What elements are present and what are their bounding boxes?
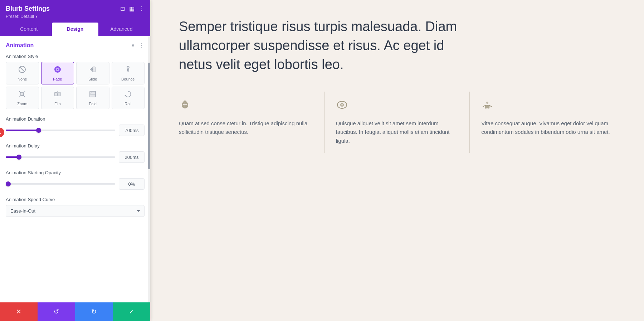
animation-style-grid: None Fade (6, 62, 145, 109)
flip-icon (53, 90, 62, 100)
duration-thumb[interactable] (36, 128, 41, 133)
style-flip[interactable]: Flip (41, 87, 74, 109)
settings-panel: Blurb Settings ⊡ ▦ ⋮ Preset: Default ▾ C… (0, 0, 150, 321)
panel-title-icons: ⊡ ▦ ⋮ (120, 5, 145, 12)
blurb-grid: Quam at sed conse ctetur in. Tristique a… (179, 92, 615, 153)
delay-thumb[interactable] (16, 155, 21, 160)
opacity-track[interactable] (6, 183, 115, 185)
opacity-value[interactable]: 0% (119, 178, 145, 190)
svg-point-4 (57, 69, 58, 70)
roll-label: Roll (125, 102, 131, 106)
delay-row: Animation Delay 200ms (6, 143, 145, 163)
panel-tabs: Content Design Advanced (6, 23, 145, 36)
zoom-icon (18, 90, 26, 100)
fade-icon (53, 65, 62, 76)
delay-label: Animation Delay (6, 143, 145, 149)
style-zoom[interactable]: Zoom (6, 87, 39, 109)
panel-footer: ✕ ↺ ↻ ✓ (0, 302, 150, 321)
style-none[interactable]: None (6, 62, 39, 84)
hero-text: Semper tristique risus turpis malesuada.… (179, 17, 458, 74)
section-header: Animation ∧ ⋮ (6, 42, 145, 49)
fade-label: Fade (53, 77, 62, 81)
delay-value[interactable]: 200ms (119, 151, 145, 163)
scrollbar-thumb[interactable] (148, 63, 150, 169)
svg-point-7 (127, 66, 129, 68)
roll-icon (124, 90, 132, 100)
opacity-label: Animation Starting Opacity (6, 170, 145, 175)
panel-title: Blurb Settings (6, 5, 50, 13)
blurb-icon-1 (179, 99, 313, 113)
animation-style-section: Animation Style None (6, 54, 145, 109)
redo-button[interactable]: ↻ (75, 302, 113, 321)
blurb-icon-2 (336, 99, 458, 113)
blurb-item-2: Quisque aliquet velit sit amet sem inter… (325, 92, 470, 153)
style-roll[interactable]: Roll (112, 87, 145, 109)
svg-rect-8 (21, 93, 24, 96)
blurb-item-3: Vitae consequat augue. Vivamus eget dolo… (470, 92, 615, 153)
collapse-icon[interactable]: ∧ (131, 42, 135, 49)
columns-icon[interactable]: ▦ (129, 5, 135, 12)
panel-body: 1 Animation ∧ ⋮ Animation Style (0, 36, 150, 302)
tab-advanced[interactable]: Advanced (98, 23, 145, 36)
slide-label: Slide (88, 77, 97, 81)
none-label: None (18, 77, 27, 81)
section-title: Animation (6, 42, 34, 49)
duration-row: Animation Duration 700ms (6, 116, 145, 136)
duration-label: Animation Duration (6, 116, 145, 122)
badge: 1 (0, 128, 4, 137)
blurb-icon-3 (481, 99, 615, 113)
cancel-button[interactable]: ✕ (0, 302, 38, 321)
svg-rect-9 (55, 92, 57, 96)
scrollbar-track (148, 36, 150, 302)
section-more-icon[interactable]: ⋮ (139, 42, 145, 49)
blurb-item-1: Quam at sed conse ctetur in. Tristique a… (179, 92, 325, 153)
opacity-row: Animation Starting Opacity 0% (6, 170, 145, 190)
panel-header: Blurb Settings ⊡ ▦ ⋮ Preset: Default ▾ C… (0, 0, 150, 36)
save-button[interactable]: ✓ (113, 302, 150, 321)
blurb-text-1: Quam at sed conse ctetur in. Tristique a… (179, 119, 313, 137)
content-area: Semper tristique risus turpis malesuada.… (150, 0, 644, 321)
speed-label: Animation Speed Curve (6, 197, 145, 202)
style-fold[interactable]: Fold (76, 87, 109, 109)
opacity-thumb[interactable] (6, 181, 11, 186)
style-bounce[interactable]: Bounce (112, 62, 145, 84)
style-label: Animation Style (6, 54, 145, 59)
speed-select[interactable]: Ease-In-Out Linear Ease Ease-In Ease-Out (6, 205, 145, 217)
none-icon (18, 65, 26, 76)
svg-line-1 (20, 67, 25, 72)
svg-rect-10 (58, 92, 60, 96)
panel-preset: Preset: Default ▾ (6, 14, 145, 19)
expand-icon[interactable]: ⊡ (120, 5, 125, 12)
svg-point-16 (341, 104, 343, 106)
tab-content[interactable]: Content (6, 23, 52, 36)
fold-icon (88, 90, 97, 100)
delay-track[interactable] (6, 156, 115, 158)
more-icon[interactable]: ⋮ (139, 5, 145, 12)
style-fade[interactable]: Fade (41, 62, 74, 84)
speed-row: Animation Speed Curve Ease-In-Out Linear… (6, 197, 145, 217)
zoom-label: Zoom (17, 102, 27, 106)
undo-button[interactable]: ↺ (38, 302, 75, 321)
bounce-icon (124, 65, 132, 76)
svg-point-17 (486, 102, 488, 104)
animation-section: 1 Animation ∧ ⋮ Animation Style (0, 36, 150, 228)
fold-label: Fold (89, 102, 97, 106)
bounce-label: Bounce (121, 77, 135, 81)
tab-design[interactable]: Design (52, 23, 98, 36)
blurb-text-2: Quisque aliquet velit sit amet sem inter… (336, 119, 458, 146)
duration-value[interactable]: 700ms (119, 125, 145, 136)
style-slide[interactable]: Slide (76, 62, 109, 84)
flip-label: Flip (54, 102, 61, 106)
blurb-text-3: Vitae consequat augue. Vivamus eget dolo… (481, 119, 615, 137)
slide-icon (88, 65, 97, 76)
duration-track[interactable] (6, 130, 115, 131)
